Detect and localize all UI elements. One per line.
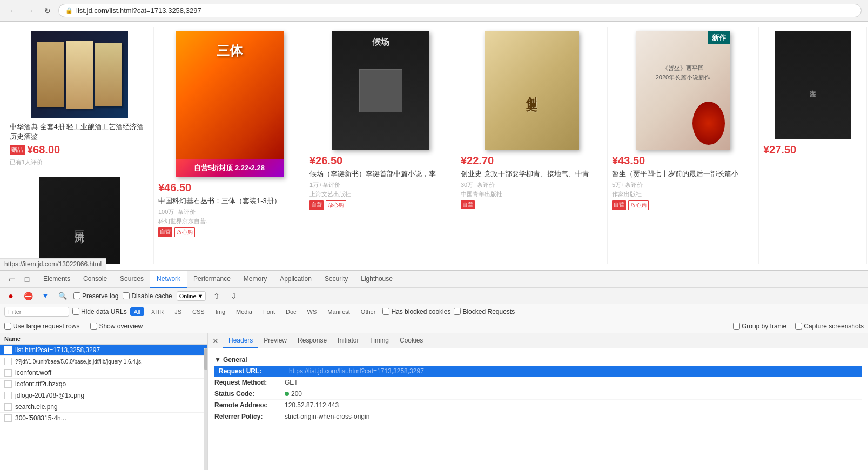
product-banner-2: 自营5折封顶 2.22-2.28 <box>176 159 284 177</box>
shop-5: 作家出版社 <box>612 190 754 198</box>
show-overview-checkbox[interactable]: Show overview <box>90 323 143 330</box>
review-1: 已有1人评价 <box>10 158 149 166</box>
devtools-inspect-button[interactable]: □ <box>21 273 33 286</box>
details-tab-headers[interactable]: Headers <box>223 333 258 348</box>
large-rows-input[interactable] <box>4 323 11 330</box>
general-section-header[interactable]: ▼ General <box>214 353 862 366</box>
details-tab-timing[interactable]: Timing <box>364 333 394 348</box>
price-row-6: ¥27.50 <box>763 144 862 156</box>
hide-data-urls-input[interactable] <box>72 308 79 315</box>
show-overview-input[interactable] <box>90 323 97 330</box>
filter-type-doc[interactable]: Doc <box>282 307 300 316</box>
tab-sources[interactable]: Sources <box>113 271 150 288</box>
forward-button[interactable]: → <box>24 4 37 17</box>
blocked-requests-label: Blocked Requests <box>462 308 515 315</box>
details-tab-preview[interactable]: Preview <box>258 333 292 348</box>
capture-screenshots-label: Capture screenshots <box>804 323 864 330</box>
devtools-toggle-button[interactable]: ▭ <box>5 273 18 286</box>
file-item-4[interactable]: icofont.ttf?uhzxqo <box>0 379 207 390</box>
refresh-button[interactable]: ↻ <box>41 4 54 17</box>
price-5: ¥43.50 <box>612 155 645 167</box>
product-item-6[interactable]: 人生海海 ¥27.50 <box>763 31 862 156</box>
file-item-3[interactable]: iconfont.woff <box>0 367 207 379</box>
hide-data-urls-checkbox[interactable]: Hide data URLs <box>72 308 127 315</box>
product-item-4[interactable]: 创业史 ¥22.70 创业史 党政干部要学柳青、接地气、中青 30万+条评价 中… <box>461 31 603 209</box>
filter-type-other[interactable]: Other <box>357 307 380 316</box>
product-item-3[interactable]: 候场 ¥26.50 候场（李诞新书）李诞首部中篇小说，李 1万+条评价 上海文艺… <box>309 31 452 210</box>
file-item-2[interactable]: ??jdf/1.0/unit/base/5.0.0/base.js.jdf/li… <box>0 356 207 367</box>
details-close-button[interactable]: ✕ <box>208 333 223 348</box>
status-code-label: Status Code: <box>214 390 285 398</box>
product-item-2[interactable]: 三体 自营5折封顶 2.22-2.28 ¥46.50 中国科幻基石丛书：三体（套… <box>158 31 300 237</box>
throttle-select[interactable]: Online ▼ <box>177 291 206 301</box>
address-bar[interactable]: 🔒 list.jd.com/list.html?cat=1713,3258,32… <box>58 4 862 17</box>
filter-type-media[interactable]: Media <box>232 307 256 316</box>
files-scrollbar[interactable] <box>204 348 207 470</box>
file-item-7[interactable]: 300-f508315-4h... <box>0 413 207 424</box>
blocked-requests-checkbox[interactable]: Blocked Requests <box>454 308 515 315</box>
preserve-log-input[interactable] <box>73 292 80 299</box>
tab-memory[interactable]: Memory <box>237 271 273 288</box>
referrer-policy-value: strict-origin-when-cross-origin <box>285 413 369 420</box>
file-item-6[interactable]: search.ele.png <box>0 401 207 413</box>
preserve-log-checkbox[interactable]: Preserve log <box>73 292 118 300</box>
import-button[interactable]: ⇧ <box>210 290 223 303</box>
filter-type-img[interactable]: Img <box>212 307 229 316</box>
filter-type-manifest[interactable]: Manifest <box>324 307 354 316</box>
filter-type-xhr[interactable]: XHR <box>147 307 167 316</box>
tags-4: 自营 <box>461 200 603 209</box>
tags-3: 自营 放心购 <box>309 200 452 210</box>
file-name-2: ??jdf/1.0/unit/base/5.0.0/base.js.jdf/li… <box>15 359 143 365</box>
filter-type-ws[interactable]: WS <box>304 307 321 316</box>
filter-type-css[interactable]: CSS <box>189 307 208 316</box>
filter-type-all[interactable]: All <box>130 307 144 316</box>
price-row-1: 赠品 ¥68.00 <box>10 144 149 156</box>
export-button[interactable]: ⇩ <box>227 290 240 303</box>
tab-performance[interactable]: Performance <box>187 271 237 288</box>
group-by-frame-checkbox[interactable]: Group by frame <box>733 323 786 330</box>
tag-ziyng-3: 自营 <box>309 200 324 210</box>
file-item-selected[interactable]: list.html?cat=1713,3258,3297 <box>0 345 207 356</box>
tab-application[interactable]: Application <box>273 271 318 288</box>
product-grid: 中华酒典 全套4册 轻工业酿酒工艺酒经济酒历史酒鉴 赠品 ¥68.00 已有1人… <box>0 22 868 270</box>
clear-button[interactable]: ⛔ <box>22 290 35 303</box>
price-4: ¥22.70 <box>461 155 494 167</box>
has-blocked-cookies-input[interactable] <box>382 308 389 315</box>
filter-type-js[interactable]: JS <box>171 307 185 316</box>
capture-screenshots-input[interactable] <box>795 323 802 330</box>
review-3: 1万+条评价 <box>309 181 452 189</box>
network-main: Name list.html?cat=1713,3258,3297 ??jdf/… <box>0 333 868 470</box>
details-tab-response[interactable]: Response <box>292 333 332 348</box>
product-item-1[interactable]: 中华酒典 全套4册 轻工业酿酒工艺酒经济酒历史酒鉴 赠品 ¥68.00 已有1人… <box>10 31 149 172</box>
tab-network[interactable]: Network <box>150 271 187 288</box>
disable-cache-label: Disable cache <box>131 292 172 300</box>
price-2: ¥46.50 <box>158 182 191 194</box>
tab-console[interactable]: Console <box>77 271 113 288</box>
file-item-5[interactable]: jdlogo-201708-@1x.png <box>0 390 207 401</box>
file-name-selected: list.html?cat=1713,3258,3297 <box>15 346 100 354</box>
tab-lighthouse[interactable]: Lighthouse <box>354 271 399 288</box>
filter-toggle-button[interactable]: ▼ <box>39 290 52 303</box>
record-button[interactable]: ● <box>4 290 17 303</box>
blocked-requests-input[interactable] <box>454 308 461 315</box>
back-button[interactable]: ← <box>6 4 19 17</box>
disable-cache-input[interactable] <box>123 292 130 299</box>
product-item-5[interactable]: 新作 《暂坐》贾平凹2020年长篇小说新作 ¥43.50 暂坐（贾平凹七十岁前的… <box>612 31 754 210</box>
has-blocked-cookies-checkbox[interactable]: Has blocked cookies <box>382 308 450 315</box>
large-rows-checkbox[interactable]: Use large request rows <box>4 323 79 330</box>
product-image-3: 候场 <box>309 31 452 150</box>
show-overview-label: Show overview <box>99 323 143 330</box>
filter-type-font[interactable]: Font <box>259 307 279 316</box>
product-item-1b[interactable]: 巨流河 <box>10 172 149 264</box>
disable-cache-checkbox[interactable]: Disable cache <box>123 292 172 300</box>
group-by-frame-input[interactable] <box>733 323 740 330</box>
capture-screenshots-checkbox[interactable]: Capture screenshots <box>795 323 864 330</box>
network-toolbar: ● ⛔ ▼ 🔍 Preserve log Disable cache Onlin… <box>0 288 868 304</box>
tab-elements[interactable]: Elements <box>37 271 77 288</box>
details-tab-initiator[interactable]: Initiator <box>332 333 364 348</box>
filter-input[interactable] <box>4 307 69 317</box>
search-button[interactable]: 🔍 <box>56 290 69 303</box>
tab-security[interactable]: Security <box>318 271 354 288</box>
price-row-2: ¥46.50 <box>158 182 300 194</box>
details-tab-cookies[interactable]: Cookies <box>394 333 428 348</box>
